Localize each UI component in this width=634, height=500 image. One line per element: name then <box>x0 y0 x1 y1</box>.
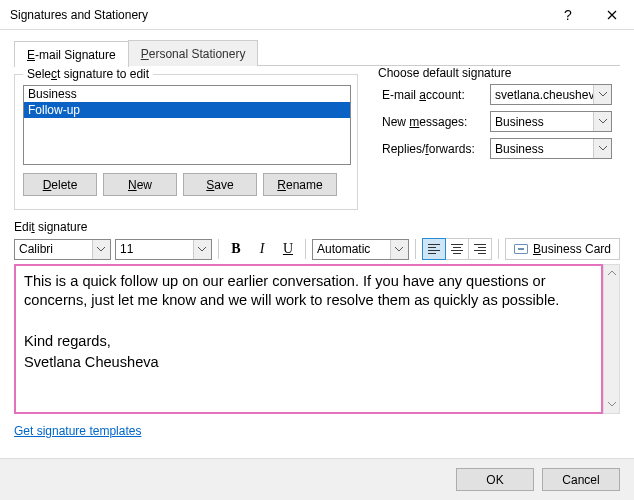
window-title: Signatures and Stationery <box>10 8 546 22</box>
font-color-combo[interactable]: Automatic <box>312 239 409 260</box>
editor-line: This is a quick follow up on our earlier… <box>24 272 593 309</box>
select-signature-group: Select signature to edit BusinessFollow-… <box>14 74 358 210</box>
signature-editor[interactable]: This is a quick follow up on our earlier… <box>14 264 603 414</box>
email-account-combo[interactable]: svetlana.cheusheva <box>490 84 612 105</box>
scroll-up-button[interactable] <box>604 265 619 282</box>
new-button[interactable]: New <box>103 173 177 196</box>
business-card-button[interactable]: Business Card <box>505 238 620 260</box>
align-center-button[interactable] <box>445 238 469 260</box>
font-size-combo[interactable]: 11 <box>115 239 212 260</box>
tab-strip: E-mail Signature Personal Stationery <box>14 40 620 66</box>
align-group <box>422 238 492 260</box>
italic-button[interactable]: I <box>251 238 273 260</box>
vertical-scrollbar[interactable] <box>603 264 620 414</box>
align-left-button[interactable] <box>422 238 446 260</box>
combo-value: Business <box>495 115 544 129</box>
default-signature-group: Choose default signature E-mail account:… <box>374 74 620 210</box>
delete-button[interactable]: Delete <box>23 173 97 196</box>
font-family-combo[interactable]: Calibri <box>14 239 111 260</box>
signature-list-item[interactable]: Business <box>24 86 350 102</box>
chevron-down-icon <box>92 240 110 259</box>
chevron-down-icon <box>593 112 611 131</box>
tab-personal-stationery[interactable]: Personal Stationery <box>128 40 259 66</box>
align-center-icon <box>451 244 463 254</box>
titlebar: Signatures and Stationery ? <box>0 0 634 30</box>
help-button[interactable]: ? <box>546 0 590 30</box>
group-legend: Edit signature <box>14 220 87 234</box>
editor-line: Svetlana Cheusheva <box>24 353 593 372</box>
chevron-down-icon <box>390 240 408 259</box>
cancel-button[interactable]: Cancel <box>542 468 620 491</box>
separator <box>218 239 219 259</box>
chevron-down-icon <box>593 139 611 158</box>
chevron-down-icon <box>593 85 611 104</box>
align-right-button[interactable] <box>468 238 492 260</box>
signature-list-item[interactable]: Follow-up <box>24 102 350 118</box>
new-messages-label: New messages: <box>382 115 482 129</box>
combo-value: Automatic <box>317 242 370 256</box>
get-templates-link[interactable]: Get signature templates <box>14 424 141 438</box>
align-left-icon <box>428 244 440 254</box>
tab-label: Personal Stationery <box>141 47 246 61</box>
dialog-footer: OK Cancel <box>0 458 634 500</box>
replies-forwards-label: Replies/forwards: <box>382 142 482 156</box>
separator <box>305 239 306 259</box>
scroll-down-button[interactable] <box>604 396 619 413</box>
editor-toolbar: Calibri 11 B I U Automatic <box>14 238 620 260</box>
separator <box>415 239 416 259</box>
combo-value: Business <box>495 142 544 156</box>
email-account-label: E-mail account: <box>382 88 482 102</box>
chevron-down-icon <box>193 240 211 259</box>
combo-value: svetlana.cheusheva <box>495 88 601 102</box>
align-right-icon <box>474 244 486 254</box>
signature-list[interactable]: BusinessFollow-up <box>23 85 351 165</box>
replies-forwards-combo[interactable]: Business <box>490 138 612 159</box>
ok-button[interactable]: OK <box>456 468 534 491</box>
underline-button[interactable]: U <box>277 238 299 260</box>
combo-value: Calibri <box>19 242 53 256</box>
new-messages-combo[interactable]: Business <box>490 111 612 132</box>
group-legend: Choose default signature <box>374 66 515 80</box>
close-icon <box>607 10 617 20</box>
separator <box>498 239 499 259</box>
editor-line <box>24 311 593 330</box>
rename-button[interactable]: Rename <box>263 173 337 196</box>
combo-value: 11 <box>120 242 133 256</box>
tab-label: E-mail Signature <box>27 48 116 62</box>
edit-signature-group: Edit signature Calibri 11 B I U Automati… <box>14 220 620 414</box>
save-button[interactable]: Save <box>183 173 257 196</box>
tab-email-signature[interactable]: E-mail Signature <box>14 41 129 67</box>
editor-line: Kind regards, <box>24 332 593 351</box>
group-legend: Select signature to edit <box>23 67 153 81</box>
card-icon <box>514 244 528 254</box>
bold-button[interactable]: B <box>225 238 247 260</box>
button-label: Business Card <box>533 242 611 256</box>
close-button[interactable] <box>590 0 634 30</box>
